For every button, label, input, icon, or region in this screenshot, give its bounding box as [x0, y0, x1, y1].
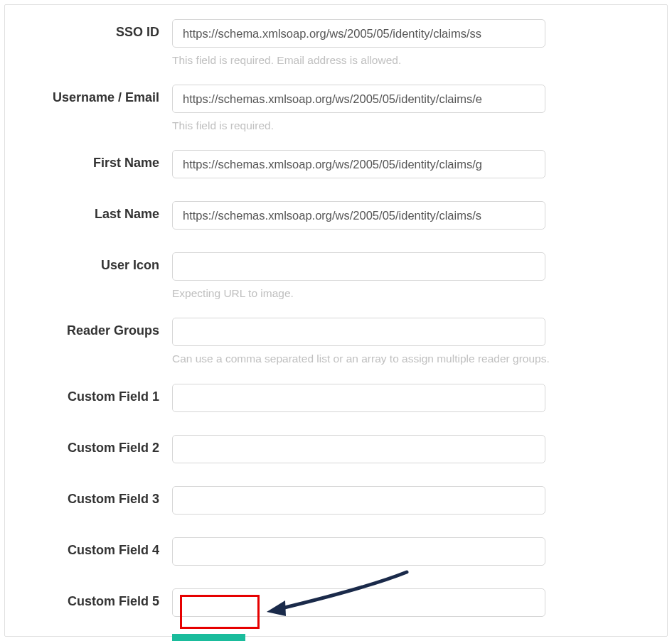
input-reader-groups[interactable]	[172, 318, 545, 346]
row-custom4: Custom Field 4	[5, 537, 667, 566]
input-last-name[interactable]	[172, 201, 545, 230]
input-custom3[interactable]	[172, 486, 545, 515]
help-username: This field is required.	[172, 119, 556, 133]
input-first-name[interactable]	[172, 150, 545, 178]
input-sso-id[interactable]	[172, 19, 545, 48]
row-first-name: First Name	[5, 150, 667, 178]
input-username[interactable]	[172, 85, 545, 113]
label-username: Username / Email	[5, 85, 172, 105]
row-last-name: Last Name	[5, 201, 667, 230]
row-sso-id: SSO ID This field is required. Email add…	[5, 19, 667, 68]
input-custom1[interactable]	[172, 384, 545, 412]
label-sso-id: SSO ID	[5, 19, 172, 40]
input-user-icon[interactable]	[172, 252, 545, 281]
form-panel: SSO ID This field is required. Email add…	[4, 4, 668, 637]
label-custom1: Custom Field 1	[5, 384, 172, 404]
row-custom3: Custom Field 3	[5, 486, 667, 515]
label-custom5: Custom Field 5	[5, 588, 172, 609]
help-reader-groups: Can use a comma separated list or an arr…	[172, 352, 556, 366]
label-custom3: Custom Field 3	[5, 486, 172, 507]
row-reader-groups: Reader Groups Can use a comma separated …	[5, 318, 667, 366]
row-custom1: Custom Field 1	[5, 384, 667, 412]
label-first-name: First Name	[5, 150, 172, 171]
row-custom2: Custom Field 2	[5, 435, 667, 463]
row-username: Username / Email This field is required.	[5, 85, 667, 133]
help-sso-id: This field is required. Email address is…	[172, 53, 556, 68]
row-user-icon: User Icon Expecting URL to image.	[5, 252, 667, 301]
label-reader-groups: Reader Groups	[5, 318, 172, 338]
row-actions: Save	[5, 634, 667, 641]
label-user-icon: User Icon	[5, 252, 172, 273]
input-custom5[interactable]	[172, 588, 545, 617]
input-custom2[interactable]	[172, 435, 545, 463]
help-user-icon: Expecting URL to image.	[172, 286, 556, 301]
label-custom2: Custom Field 2	[5, 435, 172, 456]
label-custom4: Custom Field 4	[5, 537, 172, 558]
row-custom5: Custom Field 5	[5, 588, 667, 617]
label-last-name: Last Name	[5, 201, 172, 222]
input-custom4[interactable]	[172, 537, 545, 566]
save-button[interactable]: Save	[172, 634, 245, 641]
